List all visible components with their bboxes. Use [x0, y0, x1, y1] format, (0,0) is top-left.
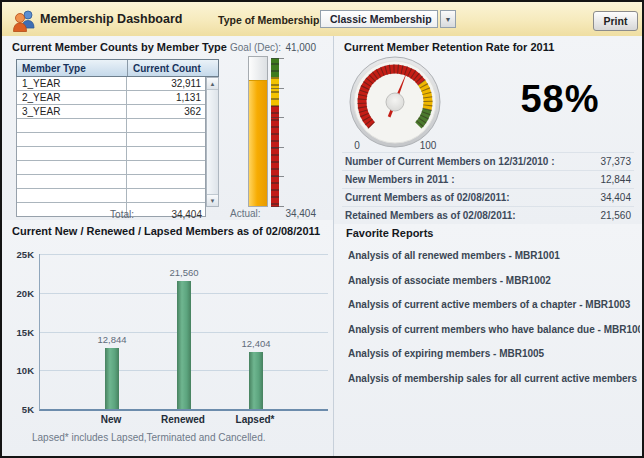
member-type-cell [17, 133, 127, 146]
current-count-cell: 1,131 [127, 91, 205, 104]
retention-gauge [340, 52, 450, 152]
x-axis-label: Renewed [143, 414, 223, 425]
actual-row: Actual: 34,404 [230, 208, 316, 219]
table-row [17, 147, 205, 161]
table-row [17, 175, 205, 189]
arrow-down-icon: ▼ [210, 198, 216, 204]
member-counts-table: Member Type Current Count 1_YEAR32,9112_… [16, 59, 219, 217]
bar-value-label: 12,404 [226, 338, 286, 349]
scrollbar-thumb[interactable] [207, 90, 218, 194]
current-count-cell [127, 189, 205, 202]
stat-row: New Members in 2011 :12,844 [342, 170, 634, 188]
chart-plot: 12,84421,56012,404 [39, 254, 328, 411]
member-type-cell [17, 119, 127, 132]
x-axis-label: Lapsed* [215, 414, 295, 425]
retention-percentage: 58% [482, 78, 638, 121]
current-count-cell [127, 133, 205, 146]
people-icon [11, 7, 37, 33]
y-axis-label: 15K [8, 327, 34, 338]
page-title: Membership Dashboard [40, 12, 182, 26]
total-value: 34,404 [154, 209, 206, 220]
report-link[interactable]: Analysis of current members who have bal… [348, 324, 640, 335]
favorite-reports-panel: Favorite Reports Analysis of all renewed… [334, 224, 642, 456]
actual-value: 34,404 [285, 208, 316, 219]
goal-value: 41,000 [285, 42, 316, 53]
column-header-current-count: Current Count [128, 60, 218, 76]
arrow-up-icon: ▲ [210, 81, 216, 87]
total-row: Total: 34,404 [16, 209, 206, 220]
column-header-member-type: Member Type [17, 60, 128, 76]
report-link[interactable]: Analysis of expiring members - MBR1005 [348, 348, 640, 359]
table-scrollbar[interactable]: ▲ ▼ [206, 77, 219, 207]
table-row [17, 119, 205, 133]
member-type-cell: 3_YEAR [17, 105, 127, 118]
report-link[interactable]: Analysis of associate members - MBR1002 [348, 275, 640, 286]
table-row: 1_YEAR32,911 [17, 77, 205, 91]
header-bar: Membership Dashboard Type of Membership:… [2, 2, 642, 37]
bar-value-label: 21,560 [154, 267, 214, 278]
stat-label: Number of Current Members on 12/31/2010 … [345, 156, 555, 167]
chart-bar [105, 348, 119, 409]
chart-bar [249, 352, 263, 409]
current-count-cell [127, 147, 205, 160]
scroll-up-button[interactable]: ▲ [207, 78, 218, 90]
report-link[interactable]: Analysis of all renewed members - MBR100… [348, 250, 640, 261]
total-label: Total: [110, 209, 134, 220]
goal-label: Goal (Dec): [230, 42, 281, 53]
goal-row: Goal (Dec): 41,000 [230, 42, 316, 53]
current-count-cell [127, 119, 205, 132]
member-counts-title: Current Member Counts by Member Type [12, 41, 227, 53]
favorite-reports-title: Favorite Reports [346, 227, 433, 239]
x-axis-label: New [71, 414, 151, 425]
y-axis-label: 25K [8, 249, 34, 260]
stat-value: 12,844 [600, 174, 631, 185]
stat-label: Current Members as of 02/08/2011: [345, 192, 510, 203]
report-link[interactable]: Analysis of membership sales for all cur… [348, 373, 640, 384]
table-row [17, 161, 205, 175]
gauge-hub [386, 93, 404, 111]
scroll-down-button[interactable]: ▼ [207, 194, 218, 206]
retention-panel: Current Member Retention Rate for 2011 [334, 36, 642, 225]
member-type-cell: 1_YEAR [17, 77, 127, 90]
y-axis-label: 5K [8, 404, 34, 415]
report-link[interactable]: Analysis of current active members of a … [348, 299, 640, 310]
select-dropdown-button[interactable]: ▼ [440, 10, 456, 28]
bar-value-label: 12,844 [82, 334, 142, 345]
table-row: 3_YEAR362 [17, 105, 205, 119]
stat-row: Number of Current Members on 12/31/2010 … [342, 152, 634, 170]
stat-row: Current Members as of 02/08/2011:34,404 [342, 188, 634, 206]
chart-bar [177, 281, 191, 409]
current-count-cell [127, 161, 205, 174]
member-type-cell [17, 147, 127, 160]
table-row [17, 189, 205, 203]
member-type-cell [17, 189, 127, 202]
thermometer-gauge [248, 56, 268, 207]
members-chart-panel: Current New / Renewed / Lapsed Members a… [2, 220, 334, 456]
table-row [17, 133, 205, 147]
stat-row: Retained Members as of 02/08/2011:21,560 [342, 206, 634, 224]
retention-stats: Number of Current Members on 12/31/2010 … [342, 152, 634, 224]
stat-value: 37,373 [600, 156, 631, 167]
current-count-cell [127, 175, 205, 188]
member-counts-panel: Current Member Counts by Member Type Mem… [2, 36, 334, 221]
member-type-cell [17, 175, 127, 188]
current-count-cell: 362 [127, 105, 205, 118]
member-table-body: 1_YEAR32,9112_YEAR1,1313_YEAR362 [16, 77, 206, 217]
chart-title: Current New / Renewed / Lapsed Members a… [12, 225, 320, 237]
chart-footnote: Lapsed* includes Lapsed,Terminated and C… [32, 432, 266, 443]
table-row: 2_YEAR1,131 [17, 91, 205, 105]
membership-type-label: Type of Membership: [218, 14, 323, 26]
report-list: Analysis of all renewed members - MBR100… [348, 250, 640, 397]
membership-type-select[interactable]: Classic Membership [320, 10, 438, 28]
stat-value: 21,560 [600, 210, 631, 221]
dashboard-window: Membership Dashboard Type of Membership:… [0, 0, 644, 458]
thermometer-fill [249, 80, 267, 206]
member-type-cell [17, 161, 127, 174]
gauge-min-label: 0 [350, 140, 364, 151]
member-type-cell: 2_YEAR [17, 91, 127, 104]
y-axis-label: 10K [8, 365, 34, 376]
stat-value: 34,404 [600, 192, 631, 203]
print-button[interactable]: Print [593, 11, 638, 31]
y-axis-label: 20K [8, 288, 34, 299]
gridline [40, 254, 328, 255]
